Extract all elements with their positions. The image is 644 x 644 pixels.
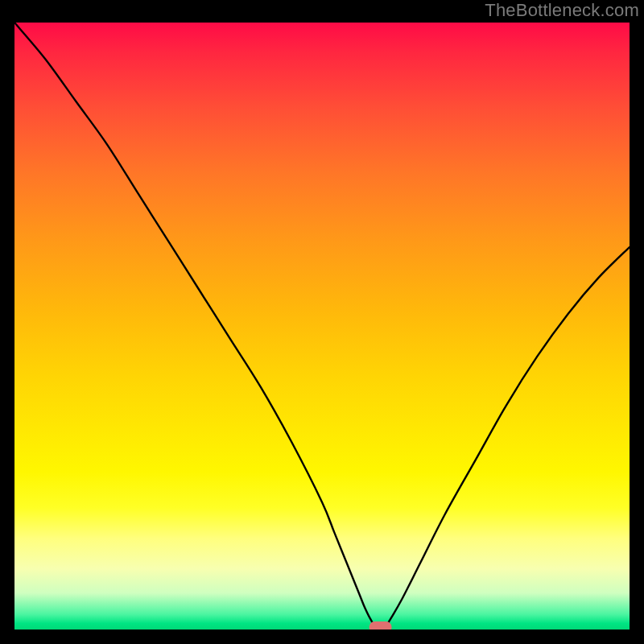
plot-area <box>14 23 630 630</box>
watermark-text: TheBottleneck.com <box>485 0 639 21</box>
optimum-marker <box>369 621 392 630</box>
bottleneck-chart: TheBottleneck.com <box>0 0 644 644</box>
bottleneck-curve <box>14 23 630 630</box>
curve-layer <box>14 23 630 630</box>
